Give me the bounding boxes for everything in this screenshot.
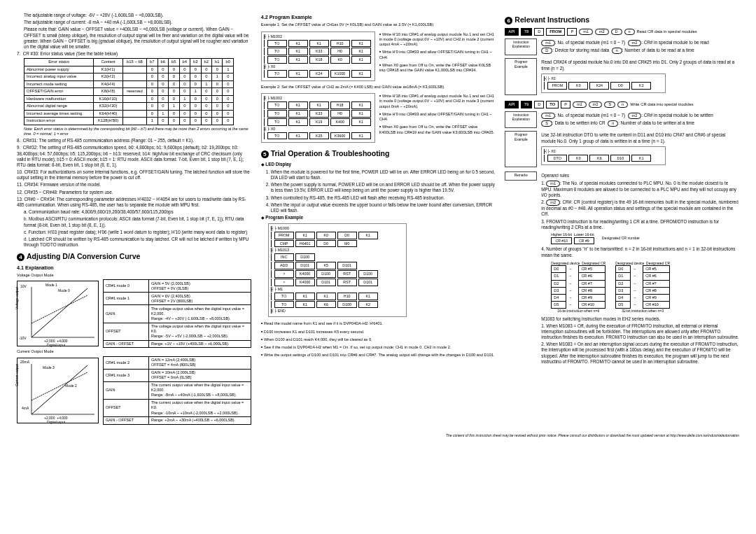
reg-table-16bit: Designated device Designated CR D0→CR #5…	[551, 261, 606, 314]
svg-line-3	[31, 295, 88, 323]
current-chart: 20mA Mode 3 Mode 2 4mA +2,000 +4,000 Dig…	[17, 358, 99, 423]
program-example-label: Program Example	[505, 58, 537, 94]
oprule-1: 1. m1: The No. of special modules connec…	[541, 181, 739, 198]
m1083-head: M1083 for switching instruction modes in…	[541, 316, 739, 322]
section-4-2: 4.2 Program Example	[261, 14, 496, 20]
voltage-mode-label: Voltage Output Mode	[17, 273, 251, 278]
remarks-label: Remarks	[505, 171, 537, 180]
program-example-ladder: ┤├ M1000FROMK1K0D0K1CMPH6401D0M0┤├ M1013…	[268, 223, 407, 318]
adj-range-curr: The adjustable range of current: -8 mA ~…	[17, 20, 251, 25]
cr-hi-lo-diagram: Higher 16-bitCR #10 Lower 16-bitCR #9 ←D…	[551, 232, 739, 245]
svg-line-6	[31, 365, 88, 414]
cr30-desc: 7. CR #30: Error status value (See the t…	[17, 51, 251, 57]
sub-b: b. Modbus ASCII/RTU communication protoc…	[17, 216, 251, 227]
cr34: 11. CR#34: Firmware version of the model…	[17, 182, 251, 188]
cr35-48: 12. CR#35 ~ CR#48: Parameters for system…	[17, 190, 251, 195]
cr31: 8. CR#31: The setting of RS-485 communic…	[17, 138, 251, 143]
program-example-head: Program Example	[261, 215, 496, 221]
op79-m1: m1: No. of special module (m1 = 0 ~ 7) m…	[541, 113, 739, 119]
adj-range-volt: The adjustable range of voltage: -6V ~ +…	[17, 13, 251, 18]
svg-line-2	[31, 288, 88, 337]
reg-table-32bit: Designated device Designated CR D0→CR #5…	[615, 261, 670, 314]
current-mode-label: Current Output Mode	[17, 349, 251, 354]
cr0-34: 13. CR#0 ~ CR#34: The corresponding para…	[17, 197, 251, 208]
cr32: 9. CR#32: The setting of RS-485 communic…	[17, 145, 251, 168]
current-param-table: CR#1 mode 2GAIN = 12mA (2,400LSB) OFFSET…	[103, 356, 251, 425]
led-display-head: LED Display	[261, 162, 496, 168]
m1083-1: 1. When M1083 = Off, during the executio…	[541, 323, 739, 341]
section-4-1: 4.1 Explanation	[17, 265, 251, 271]
program-example-label-2: Program Example	[505, 131, 537, 167]
api-79-header: API 79 D TO P m1m2Sn Write CR data into …	[505, 101, 739, 109]
ex78-ladder: ┤├ X0FROMK0K24D0K2	[541, 73, 666, 93]
ex79-ladder: ┤├ X0DTOK0K6D10K1	[541, 146, 666, 166]
ex79-text: Use 32-bit instruction DTO to write the …	[541, 132, 739, 143]
gain-offset-note: Please note that: GAIN value − OFFSET va…	[17, 27, 251, 50]
cr33: 10. CR#33: For authorizations on some in…	[17, 169, 251, 181]
instruction-explanation-label-2: Instruction Explanation	[505, 111, 537, 128]
m1083-2: 2. When M1083 = On and an interruption s…	[541, 342, 739, 365]
led-display-list: When the module is powered for the first…	[261, 169, 496, 213]
section-6-title: 6Relevant Instructions	[505, 15, 739, 25]
instruction-explanation-label: Instruction Explanation	[505, 38, 537, 55]
sub-d: d. Latched CR should be written by RS-48…	[17, 237, 251, 248]
oprule-3: 3. FROM/TO instruction is for reading/wr…	[541, 219, 739, 230]
example2-ladder: ┤├ M1002TOK1K1H18K1TOK1K33H0K1TOK1K19K40…	[261, 93, 375, 143]
err-table-note: Note: Each error status is determined by…	[17, 127, 251, 136]
voltage-param-table: CR#1 mode 0GAIN = 5V (2,000LSB) OFFSET =…	[103, 279, 251, 348]
op79-s: S: Data to be written into CR n: Number …	[541, 120, 739, 127]
op78-m1: m1: No. of special module (m1 = 0 ~ 7) m…	[541, 40, 739, 46]
voltage-chart: Mode 1 Mode 0 10V -10V +2,000 +4,000 Dig…	[17, 281, 99, 346]
section-4-title: 4Adjusting D/A Conversion Curve	[17, 252, 251, 262]
footer-disclaimer: The content of this instruction sheet ma…	[17, 433, 739, 438]
sub-c: c. Function: H'03 (read register data); …	[17, 230, 251, 235]
svg-line-7	[31, 372, 88, 400]
operand-rules-head: Operand rules	[541, 173, 739, 178]
sub-a: a. Communication baud rate: 4,800/9,600/…	[17, 209, 251, 215]
example1-ladder: ┤├ M1002TOK1K1H10K1TOK1K33H0K1TOK1K18K0K…	[261, 31, 375, 81]
error-status-table: Error statusContentb15 ~ b8b7b6b5b4b3b2b…	[24, 58, 234, 125]
oprule-4: 4. Number of groups "n" to be transmitte…	[541, 246, 739, 258]
api-78-header: API 78 D FROM P m1m2Dn Read CR data in s…	[505, 28, 739, 36]
section-5-title: 5Trial Operation & Troubleshooting	[261, 149, 496, 159]
example1-intro: Example 1: Set the OFFSET value of CH1as…	[261, 22, 496, 27]
example2-intro: Example 2: Set the OFFSET value of CH2 a…	[261, 85, 496, 90]
ex78-text: Read CR#24 of special module No.0 into D…	[541, 59, 739, 71]
oprule-2: 2. m2: CR#: CR (control register) is the…	[541, 199, 739, 217]
op78-d: D: Device for storing read data n: Numbe…	[541, 48, 739, 54]
